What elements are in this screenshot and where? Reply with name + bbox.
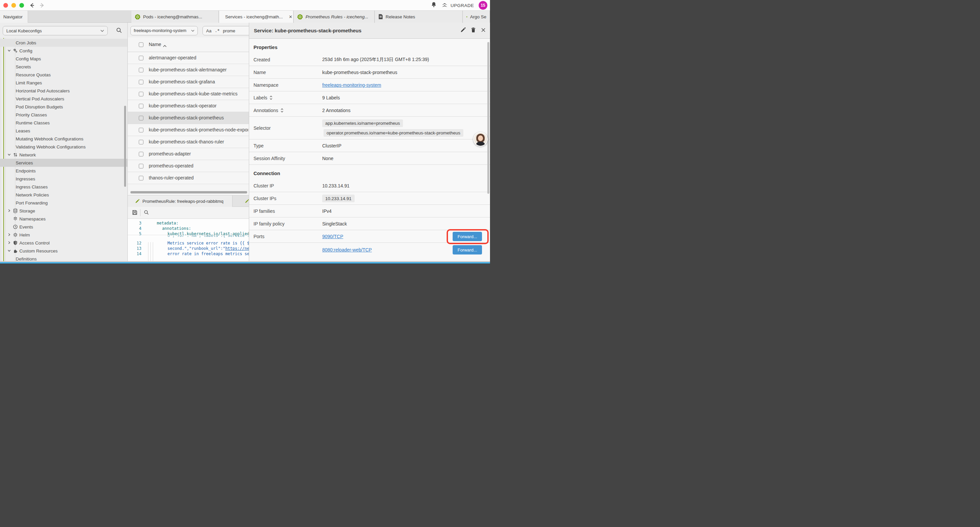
- sidebar-item-secrets[interactable]: Secrets: [0, 63, 128, 71]
- row-checkbox[interactable]: [139, 104, 143, 108]
- sidebar-item-events[interactable]: Events: [0, 223, 128, 231]
- tab-release-notes[interactable]: Release Notes: [375, 11, 463, 23]
- table-row-kube-prometheus-stack-thanos-ruler[interactable]: kube-prometheus-stack-thanos-ruler: [128, 136, 249, 148]
- table-row-thanos-ruler-operated[interactable]: thanos-ruler-operated: [128, 172, 249, 184]
- sidebar-item-config[interactable]: Config: [0, 47, 128, 55]
- forward-icon[interactable]: [39, 2, 45, 9]
- tab-prometheus-rules-icecheng[interactable]: Prometheus Rules - icecheng...: [294, 11, 375, 23]
- row-checkbox[interactable]: [139, 176, 143, 180]
- sidebar-item-endpoints[interactable]: Endpoints: [0, 167, 128, 175]
- sidebar-item-horizontal-pod-autoscalers[interactable]: Horizontal Pod Autoscalers: [0, 87, 128, 95]
- select-all-checkbox[interactable]: [139, 42, 143, 47]
- table-row-kube-prometheus-stack-prometheus-node-expor[interactable]: kube-prometheus-stack-prometheus-node-ex…: [128, 124, 249, 136]
- sidebar-item-cron-jobs[interactable]: Cron Jobs: [0, 39, 128, 47]
- row-checkbox[interactable]: [139, 140, 143, 145]
- editor-tab-next[interactable]: [233, 196, 249, 207]
- sidebar-item-ingress-classes[interactable]: Ingress Classes: [0, 183, 128, 191]
- table-row-prometheus-operated[interactable]: prometheus-operated: [128, 160, 249, 172]
- port-link[interactable]: 8080:reloader-web/TCP: [322, 247, 372, 253]
- close-icon[interactable]: [481, 28, 486, 34]
- save-icon[interactable]: [132, 210, 137, 217]
- sidebar-item-validating-webhook-configurations[interactable]: Validating Webhook Configurations: [0, 143, 128, 151]
- sidebar-item-network-policies[interactable]: Network Policies: [0, 191, 128, 199]
- kubeconfig-select[interactable]: Local Kubeconfigs: [3, 26, 108, 35]
- tab-pods-icecheng-mathmas[interactable]: Pods - icecheng@mathmas...: [131, 11, 219, 23]
- sidebar-item-mutating-webhook-configurations[interactable]: Mutating Webhook Configurations: [0, 135, 128, 143]
- editor-tab-prometheusrule[interactable]: PrometheusRule: freeleaps-prod-rabbitmq: [128, 196, 232, 207]
- runbook-url-link[interactable]: https://net: [225, 246, 249, 251]
- port-link[interactable]: 9090/TCP: [322, 234, 343, 239]
- row-checkbox[interactable]: [139, 92, 143, 96]
- notification-count-badge[interactable]: 15: [479, 1, 487, 10]
- close-tab-icon[interactable]: ✕: [289, 14, 293, 19]
- edit-pencil-icon[interactable]: [460, 27, 466, 34]
- zoom-window-button[interactable]: [19, 3, 24, 8]
- sidebar-item-storage[interactable]: Storage: [0, 207, 128, 215]
- row-checkbox[interactable]: [139, 80, 143, 84]
- row-checkbox[interactable]: [139, 152, 143, 156]
- close-window-button[interactable]: [3, 3, 8, 8]
- tab-services-icecheng-math[interactable]: Services - icecheng@math... ✕: [219, 11, 294, 23]
- sidebar-scrollbar-thumb[interactable]: [124, 106, 126, 187]
- notifications-bell-icon[interactable]: [431, 2, 437, 9]
- chevron-right-icon[interactable]: [7, 209, 11, 213]
- tab-navigator[interactable]: Navigator: [0, 11, 28, 23]
- sidebar-item-custom-resources[interactable]: Custom Resources: [0, 247, 128, 255]
- sidebar-item-leases[interactable]: Leases: [0, 127, 128, 135]
- sidebar-item-config-maps[interactable]: Config Maps: [0, 55, 128, 63]
- editor-search-icon[interactable]: [144, 210, 149, 217]
- detail-scrollbar-thumb[interactable]: [487, 42, 489, 194]
- namespace-link[interactable]: freeleaps-monitoring-system: [322, 83, 381, 88]
- sidebar-item-definitions[interactable]: Definitions: [0, 255, 128, 261]
- minimize-window-button[interactable]: [11, 3, 16, 8]
- sidebar-item-services[interactable]: Services: [0, 159, 128, 167]
- upgrade-button[interactable]: UPGRADE: [441, 3, 474, 8]
- table-row-prometheus-adapter[interactable]: prometheus-adapter: [128, 148, 249, 160]
- sidebar-item-resource-quotas[interactable]: Resource Quotas: [0, 71, 128, 79]
- delete-trash-icon[interactable]: [471, 27, 476, 34]
- chevron-right-icon[interactable]: [7, 241, 11, 245]
- chevron-down-icon[interactable]: [7, 49, 11, 53]
- namespace-select[interactable]: freeleaps-monitoring-system: [130, 26, 198, 35]
- match-case-toggle[interactable]: Aa: [206, 29, 212, 33]
- table-row-kube-prometheus-stack-grafana[interactable]: kube-prometheus-stack-grafana: [128, 76, 249, 88]
- sidebar-item-port-forwarding[interactable]: Port Forwarding: [0, 199, 128, 207]
- chevron-down-icon[interactable]: [7, 249, 11, 253]
- sidebar-item-priority-classes[interactable]: Priority Classes: [0, 111, 128, 119]
- row-checkbox[interactable]: [139, 116, 143, 120]
- sort-toggle-icon[interactable]: [280, 108, 283, 113]
- row-checkbox[interactable]: [139, 68, 143, 72]
- sidebar-search-icon[interactable]: [116, 27, 122, 35]
- list-search-input[interactable]: Aa .* prome: [202, 26, 253, 35]
- sidebar-item-pod-disruption-budgets[interactable]: Pod Disruption Budgets: [0, 103, 128, 111]
- forward-button[interactable]: Forward...: [453, 245, 482, 255]
- regex-toggle[interactable]: .*: [215, 29, 220, 33]
- table-row-kube-prometheus-stack-kube-state-metrics[interactable]: kube-prometheus-stack-kube-state-metrics: [128, 88, 249, 100]
- row-checkbox[interactable]: [139, 56, 143, 61]
- sidebar-item-helm[interactable]: Helm: [0, 231, 128, 239]
- table-row-kube-prometheus-stack-alertmanager[interactable]: kube-prometheus-stack-alertmanager: [128, 64, 249, 76]
- horizontal-scrollbar[interactable]: [128, 191, 249, 193]
- sidebar-item-vertical-pod-autoscalers[interactable]: Vertical Pod Autoscalers: [0, 95, 128, 103]
- horizontal-scrollbar-thumb[interactable]: [130, 191, 247, 193]
- chevron-down-icon[interactable]: [7, 153, 11, 157]
- sidebar-item-access-control[interactable]: Access Control: [0, 239, 128, 247]
- sidebar-item-namespaces[interactable]: Namespaces: [0, 215, 128, 223]
- sidebar-item-runtime-classes[interactable]: Runtime Classes: [0, 119, 128, 127]
- row-checkbox[interactable]: [139, 128, 143, 132]
- table-row-kube-prometheus-stack-operator[interactable]: kube-prometheus-stack-operator: [128, 100, 249, 112]
- back-icon[interactable]: [29, 2, 35, 9]
- assistant-avatar[interactable]: [473, 132, 488, 146]
- sidebar-item-limit-ranges[interactable]: Limit Ranges: [0, 79, 128, 87]
- chevron-right-icon[interactable]: [7, 233, 11, 237]
- row-checkbox[interactable]: [139, 164, 143, 169]
- table-row-kube-prometheus-stack-prometheus[interactable]: kube-prometheus-stack-prometheus: [128, 112, 249, 124]
- table-row-alertmanager-operated[interactable]: alertmanager-operated: [128, 52, 249, 64]
- yaml-editor[interactable]: 3 metadata: 4 annotations: 5 kubectl.kub…: [128, 219, 249, 261]
- name-column-header[interactable]: Name: [149, 42, 161, 47]
- sort-toggle-icon[interactable]: [269, 96, 272, 100]
- sidebar-item-network[interactable]: Network: [0, 151, 128, 159]
- table-header[interactable]: Name: [128, 37, 249, 52]
- sidebar-item-ingresses[interactable]: Ingresses: [0, 175, 128, 183]
- tab-argo-se[interactable]: Argo Se: [463, 11, 490, 23]
